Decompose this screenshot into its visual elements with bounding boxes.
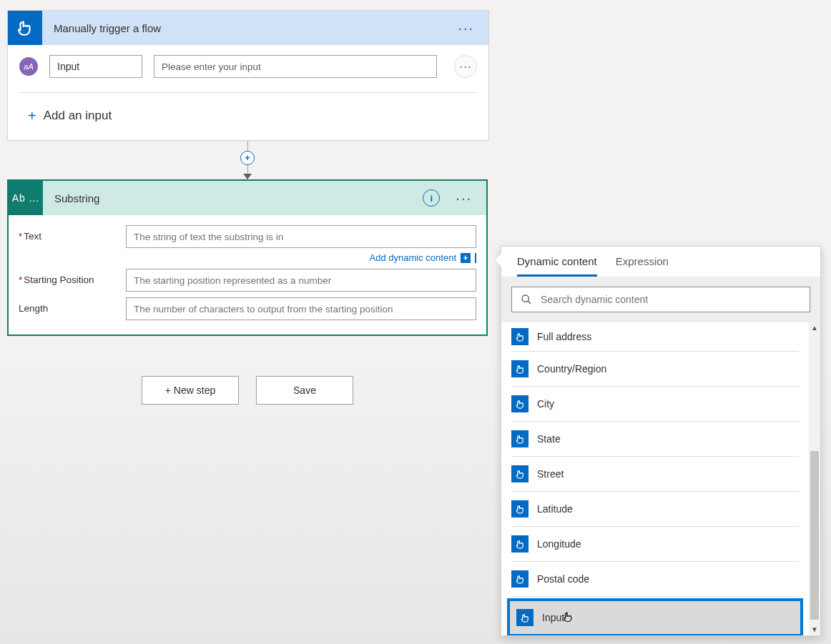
manual-trigger-icon xyxy=(8,11,42,45)
param-text-label: *Text xyxy=(19,225,126,242)
dynamic-content-plus-icon: + xyxy=(461,253,471,263)
manual-trigger-icon xyxy=(516,609,533,626)
arrow-down-icon xyxy=(243,174,252,179)
popup-list-wrap: Full addressCountry/RegionCityStateStree… xyxy=(501,322,820,635)
svg-line-1 xyxy=(528,301,531,304)
manual-trigger-icon xyxy=(511,430,528,447)
action-header[interactable]: Ab ... Substring i ··· xyxy=(9,181,486,215)
info-icon[interactable]: i xyxy=(423,189,440,207)
add-dynamic-content-link[interactable]: Add dynamic content + xyxy=(19,249,476,269)
search-icon xyxy=(521,294,532,305)
scroll-down-icon[interactable]: ▼ xyxy=(809,624,820,635)
manual-trigger-icon xyxy=(511,500,528,517)
manual-trigger-icon xyxy=(511,465,528,482)
popup-search[interactable] xyxy=(511,287,810,312)
step-buttons: + New step Save xyxy=(7,376,488,405)
dc-item-label: Postal code xyxy=(537,573,589,585)
dc-item-label: Latitude xyxy=(537,503,573,515)
plus-icon: + xyxy=(28,109,36,123)
dc-item-label: Longitude xyxy=(537,538,581,550)
input-description-field[interactable]: Please enter your input xyxy=(154,55,437,78)
param-length-input[interactable]: The number of characters to output from … xyxy=(126,297,476,320)
action-menu-ellipsis-icon[interactable]: ··· xyxy=(453,190,475,207)
add-dynamic-content-label: Add dynamic content xyxy=(370,252,456,263)
manual-trigger-icon xyxy=(511,328,528,345)
dc-item-label: State xyxy=(537,433,561,445)
param-text-input[interactable]: The string of text the substring is in xyxy=(126,225,476,248)
dc-item[interactable]: Full address xyxy=(511,322,799,352)
dc-item[interactable]: State xyxy=(511,422,799,457)
param-start-input[interactable]: The starting position represented as a n… xyxy=(126,269,476,292)
insert-step-button[interactable]: + xyxy=(240,151,255,165)
trigger-card: Manually trigger a flow ··· aA Input Ple… xyxy=(7,10,489,141)
popup-tabs: Dynamic content Expression xyxy=(501,247,820,277)
trigger-header[interactable]: Manually trigger a flow ··· xyxy=(8,11,488,45)
trigger-menu-ellipsis-icon[interactable]: ··· xyxy=(455,20,477,36)
dc-item-label: Input xyxy=(542,612,564,623)
dc-item[interactable]: Input xyxy=(508,600,802,635)
scroll-thumb[interactable] xyxy=(810,451,819,620)
input-avatar-icon: aA xyxy=(19,57,38,76)
new-step-button[interactable]: + New step xyxy=(142,376,239,405)
dc-item[interactable]: Postal code xyxy=(511,562,799,597)
dc-item-label: Street xyxy=(537,468,564,480)
param-start-label: *Starting Position xyxy=(19,269,126,285)
trigger-input-row: aA Input Please enter your input ··· xyxy=(19,55,477,78)
flow-canvas: Manually trigger a flow ··· aA Input Ple… xyxy=(7,10,488,405)
param-text-row: *Text The string of text the substring i… xyxy=(19,225,476,248)
tab-expression[interactable]: Expression xyxy=(616,255,669,277)
scroll-up-icon[interactable]: ▲ xyxy=(809,322,820,334)
dynamic-content-list: Full addressCountry/RegionCityStateStree… xyxy=(501,322,809,635)
popup-caret-icon xyxy=(495,254,501,267)
search-input[interactable] xyxy=(539,293,801,306)
dc-item-label: Full address xyxy=(537,331,591,342)
dc-item-label: Country/Region xyxy=(537,363,606,375)
trigger-body: aA Input Please enter your input ··· + A… xyxy=(8,45,488,140)
connector: + xyxy=(7,141,488,179)
dc-item-label: City xyxy=(537,398,554,410)
text-action-icon: Ab ... xyxy=(9,181,43,215)
dc-item[interactable]: Longitude xyxy=(511,527,799,562)
manual-trigger-icon xyxy=(511,570,528,588)
dc-item[interactable]: Latitude xyxy=(511,492,799,527)
svg-point-0 xyxy=(522,295,528,302)
dynamic-content-popup: Dynamic content Expression Full addressC… xyxy=(501,246,821,636)
trigger-title: Manually trigger a flow xyxy=(42,22,455,34)
popup-scrollbar[interactable]: ▲ ▼ xyxy=(809,322,820,635)
save-button[interactable]: Save xyxy=(256,376,353,405)
action-body: *Text The string of text the substring i… xyxy=(9,215,486,335)
dynamic-content-bar-icon xyxy=(475,253,476,263)
param-start-row: *Starting Position The starting position… xyxy=(19,269,476,292)
action-title: Substring xyxy=(43,192,423,204)
param-length-row: Length The number of characters to outpu… xyxy=(19,297,476,320)
popup-search-wrap xyxy=(501,277,820,322)
dc-item[interactable]: City xyxy=(511,387,799,422)
manual-trigger-icon xyxy=(511,535,528,553)
param-length-label: Length xyxy=(19,297,126,314)
input-row-menu-icon[interactable]: ··· xyxy=(454,55,477,78)
action-card: Ab ... Substring i ··· *Text The string … xyxy=(7,179,488,336)
add-input-label: Add an input xyxy=(44,109,112,123)
dc-item[interactable]: Country/Region xyxy=(511,352,799,387)
manual-trigger-icon xyxy=(511,360,528,377)
tab-dynamic-content[interactable]: Dynamic content xyxy=(517,255,597,277)
add-input-button[interactable]: + Add an input xyxy=(19,93,477,140)
dc-item[interactable]: Street xyxy=(511,457,799,492)
manual-trigger-icon xyxy=(511,395,528,412)
input-name-field[interactable]: Input xyxy=(49,55,142,78)
